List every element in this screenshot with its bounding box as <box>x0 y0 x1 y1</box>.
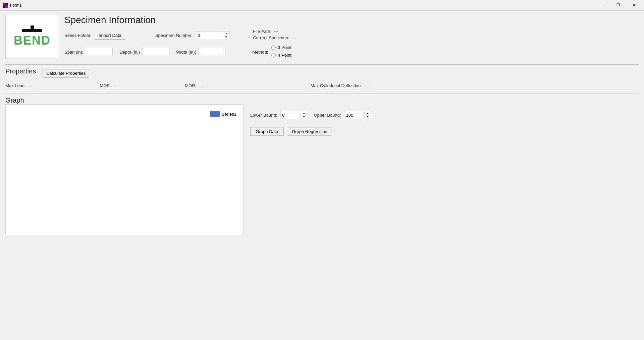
file-path-label: File Path: <box>253 29 271 34</box>
lower-bound-spinner[interactable]: ▲ ▼ <box>280 111 307 119</box>
radio-3point[interactable] <box>271 45 276 50</box>
file-info: File Path: --- Current Specimen: --- <box>253 29 296 42</box>
window-title: Form1 <box>10 3 595 8</box>
properties-section: Properties Calculate Properties Max Load… <box>5 67 639 88</box>
title-bar: Form1 — ❐ ✕ <box>0 0 644 11</box>
upper-bound-item: Upper Bound: ▲ ▼ <box>314 111 371 119</box>
calculate-properties-button[interactable]: Calculate Properties <box>43 69 89 78</box>
file-path-row: File Path: --- <box>253 29 296 34</box>
restore-button[interactable]: ❐ <box>610 0 626 11</box>
close-button[interactable]: ✕ <box>626 0 641 11</box>
legend-color-box <box>210 111 220 117</box>
logo-box: BEND <box>5 15 59 58</box>
props-header: Properties Calculate Properties <box>5 67 639 79</box>
mor-label: MOR: <box>185 83 196 88</box>
radio-3point-row: 3 Point <box>271 45 291 50</box>
graph-header: Graph <box>5 97 639 104</box>
width-label: Width (in): <box>176 50 196 55</box>
radio-4point-label[interactable]: 4 Point <box>278 53 291 58</box>
span-item: Span (in): <box>64 48 113 56</box>
mor-value: --- <box>199 83 203 88</box>
width-input[interactable] <box>199 48 225 56</box>
max-cyl-label: Max Cylindrical Deflection: <box>311 83 362 88</box>
current-specimen-row: Current Specimen: --- <box>253 35 296 40</box>
depth-input[interactable] <box>143 48 169 56</box>
span-label: Span (in): <box>64 50 83 55</box>
window-controls: — ❐ ✕ <box>595 0 641 11</box>
radio-4point[interactable] <box>271 53 276 57</box>
spinner-down[interactable]: ▼ <box>223 35 229 39</box>
lower-bound-up[interactable]: ▲ <box>301 111 307 115</box>
moe-item: MOE: --- <box>100 83 118 88</box>
header-section: BEND Specimen Information Series Folder:… <box>5 15 639 59</box>
logo-cross <box>14 25 51 32</box>
max-load-value: --- <box>28 83 33 88</box>
width-item: Width (in): <box>176 48 225 56</box>
graph-buttons: Graph Data Graph Regression <box>250 127 639 136</box>
specimen-title: Specimen Information <box>64 15 639 25</box>
graph-data-button[interactable]: Graph Data <box>250 127 284 136</box>
current-specimen-value: --- <box>292 35 296 40</box>
bound-row: Lower Bound: ▲ ▼ Upper Bound: ▲ <box>250 111 639 119</box>
max-cyl-item: Max Cylindrical Deflection: --- <box>311 83 369 88</box>
lower-bound-input[interactable] <box>280 111 301 119</box>
graph-controls: Lower Bound: ▲ ▼ Upper Bound: ▲ <box>250 104 639 235</box>
upper-bound-label: Upper Bound: <box>314 113 341 118</box>
props-values: Max Load: --- MOE: --- MOR: --- Max Cyli… <box>5 83 639 88</box>
separator-2 <box>5 94 639 94</box>
span-input[interactable] <box>86 48 113 56</box>
specimen-number-input[interactable] <box>196 31 223 39</box>
depth-item: Depth (in.) <box>119 48 169 56</box>
import-data-button[interactable]: Import Data <box>95 31 125 40</box>
max-cyl-value: --- <box>365 83 369 88</box>
app-icon <box>3 3 8 8</box>
lower-bound-label: Lower Bound: <box>250 113 277 118</box>
radio-4point-row: 4 Point <box>271 53 291 58</box>
svg-rect-1 <box>5 5 8 8</box>
lower-bound-item: Lower Bound: ▲ ▼ <box>250 111 307 119</box>
file-path-value: --- <box>274 29 278 34</box>
depth-label: Depth (in.) <box>119 50 140 55</box>
upper-bound-up[interactable]: ▲ <box>365 111 371 115</box>
method-label: Method: <box>252 50 268 55</box>
moe-value: --- <box>113 83 118 88</box>
series-folder-label: Series Folder: <box>64 33 92 38</box>
specimen-number-label: Specimen Number: <box>155 33 193 38</box>
properties-title: Properties <box>5 67 36 75</box>
svg-rect-0 <box>3 3 5 5</box>
max-load-item: Max Load: --- <box>5 83 33 88</box>
logo-inner: BEND <box>14 25 51 48</box>
minimize-button[interactable]: — <box>595 0 610 11</box>
radio-3point-label[interactable]: 3 Point <box>278 45 291 50</box>
graph-title: Graph <box>5 97 24 104</box>
mor-item: MOR: --- <box>185 83 203 88</box>
svg-rect-3 <box>3 5 5 8</box>
spinner-up[interactable]: ▲ <box>223 32 229 35</box>
graph-legend: Series1 <box>210 111 236 117</box>
specimen-info: Specimen Information Series Folder: Impo… <box>64 15 639 59</box>
specimen-number-spinner[interactable]: ▲ ▼ <box>196 31 229 39</box>
current-specimen-label: Current Specimen: <box>253 35 289 40</box>
lower-bound-down[interactable]: ▼ <box>301 115 307 119</box>
separator-1 <box>5 64 639 65</box>
moe-label: MOE: <box>100 83 111 88</box>
upper-bound-input[interactable] <box>344 111 364 119</box>
graph-section: Series1 Lower Bound: ▲ ▼ Upper Bou <box>5 104 639 235</box>
graph-area: Series1 <box>5 104 244 235</box>
logo-text: BEND <box>14 34 51 48</box>
svg-rect-2 <box>5 3 8 5</box>
upper-bound-spinner[interactable]: ▲ ▼ <box>344 111 371 119</box>
main-content: BEND Specimen Information Series Folder:… <box>0 11 644 239</box>
upper-bound-down[interactable]: ▼ <box>365 115 371 119</box>
graph-regression-button[interactable]: Graph Regression <box>288 127 331 136</box>
legend-label: Series1 <box>222 112 236 117</box>
max-load-label: Max Load: <box>5 83 26 88</box>
